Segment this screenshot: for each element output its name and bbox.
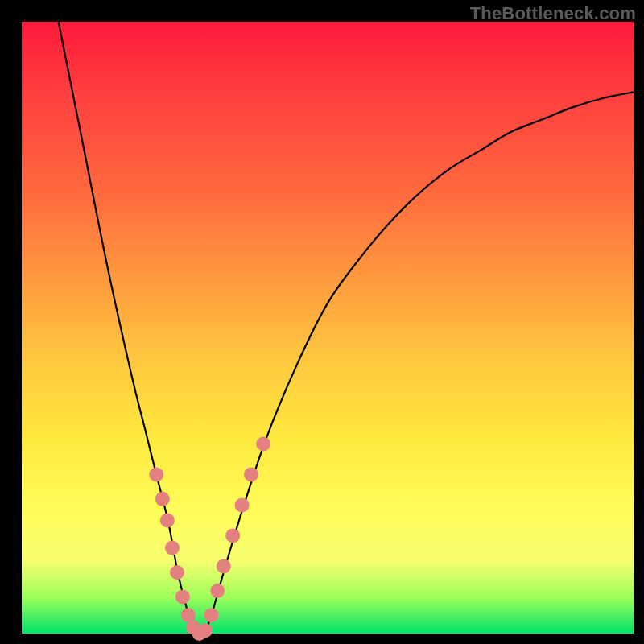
data-point-dot [210,584,225,598]
data-point-dot [165,541,180,555]
data-point-dot [155,492,170,506]
data-point-dot [256,436,270,451]
data-point-dot [225,528,240,543]
data-point-dot [160,513,175,527]
watermark-text: TheBottleneck.com [470,3,636,24]
plot-area [22,22,634,634]
data-point-dot [198,623,213,638]
data-point-dot [244,467,258,481]
data-point-dot [235,497,250,512]
chart-svg [22,22,634,634]
data-point-dot [217,559,231,573]
highlighted-dots [149,436,270,641]
chart-frame: TheBottleneck.com [0,0,644,644]
data-point-dot [204,608,219,622]
data-point-dot [149,467,163,481]
data-point-dot [175,589,190,604]
bottleneck-curve [59,22,634,634]
data-point-dot [170,565,184,580]
